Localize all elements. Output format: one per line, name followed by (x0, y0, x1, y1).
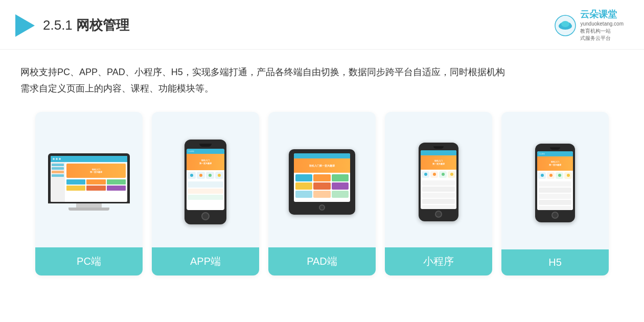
app-phone-mockup: 云朵课堂 轻松入门第一堂兴趣课 (185, 140, 226, 224)
description-line1: 网校支持PC、APP、PAD、小程序、H5，实现多端打通，产品各终端自由切换，数… (20, 64, 624, 80)
brand-text: 云朵课堂 yunduoketang.com 教育机构一站 式服务云平台 (580, 9, 624, 42)
card-pc-image: 轻松入门第一堂兴趣课 (35, 112, 143, 247)
cloud-icon (555, 15, 576, 36)
h5-phone-mockup: 云朵课堂 轻松入门第一堂兴趣课 (535, 144, 575, 222)
card-app: 云朵课堂 轻松入门第一堂兴趣课 (152, 112, 259, 275)
card-h5-label: H5 (501, 249, 609, 275)
card-miniprogram-label: 小程序 (385, 247, 492, 275)
header: 2.5.1 网校管理 云朵课堂 yunduoketang.com 教育机构一站 … (0, 0, 644, 50)
page-wrapper: 2.5.1 网校管理 云朵课堂 yunduoketang.com 教育机构一站 … (0, 0, 644, 322)
header-right: 云朵课堂 yunduoketang.com 教育机构一站 式服务云平台 (555, 9, 624, 42)
logo-triangle-icon (15, 14, 35, 37)
description-line2: 需求自定义页面上的内容、课程、功能模块等。 (20, 80, 624, 97)
card-pc-label: PC端 (35, 247, 143, 275)
header-left: 2.5.1 网校管理 (15, 14, 129, 37)
card-pad-label: PAD端 (268, 247, 376, 275)
card-pad: 轻松入门第一堂兴趣课 (268, 112, 376, 275)
card-h5-image: 云朵课堂 轻松入门第一堂兴趣课 (501, 112, 609, 249)
description-block: 网校支持PC、APP、PAD、小程序、H5，实现多端打通，产品各终端自由切换，数… (0, 50, 644, 102)
brand-logo: 云朵课堂 yunduoketang.com 教育机构一站 式服务云平台 (555, 9, 624, 42)
card-h5: 云朵课堂 轻松入门第一堂兴趣课 (501, 112, 609, 275)
pc-mockup: 轻松入门第一堂兴趣课 (48, 153, 130, 211)
card-app-label: APP端 (152, 247, 259, 275)
card-miniprogram-image: 轻松入门第一堂兴趣课 (385, 112, 492, 247)
miniprogram-phone-mockup: 轻松入门第一堂兴趣课 (419, 143, 458, 221)
svg-point-4 (561, 21, 569, 27)
card-app-image: 云朵课堂 轻松入门第一堂兴趣课 (152, 112, 259, 247)
card-miniprogram: 轻松入门第一堂兴趣课 (385, 112, 492, 275)
pad-mockup: 轻松入门第一堂兴趣课 (289, 149, 355, 215)
card-pad-image: 轻松入门第一堂兴趣课 (268, 112, 376, 247)
card-pc: 轻松入门第一堂兴趣课 (35, 112, 143, 275)
cards-section: 轻松入门第一堂兴趣课 (0, 102, 644, 291)
page-title: 2.5.1 网校管理 (43, 16, 129, 34)
